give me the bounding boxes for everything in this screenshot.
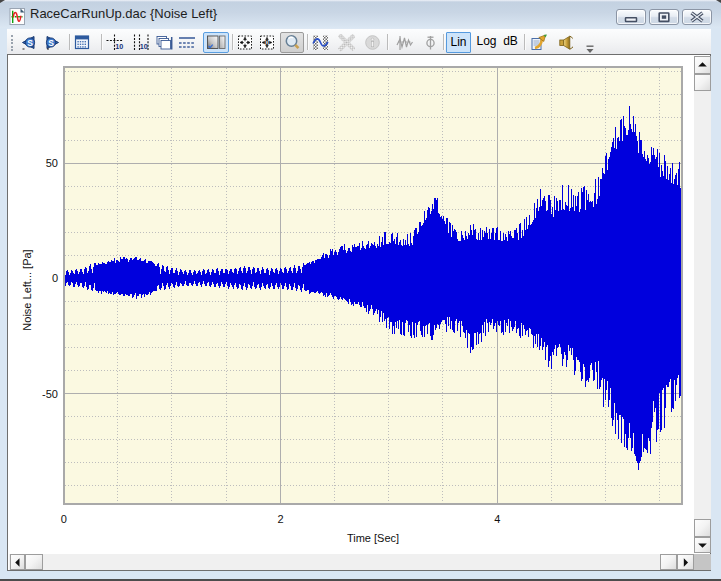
svg-text:10: 10 <box>140 42 148 51</box>
svg-text:Noise Left... [Pa]: Noise Left... [Pa] <box>21 249 33 330</box>
svg-text:Time [Sec]: Time [Sec] <box>347 532 399 544</box>
svg-text:0: 0 <box>265 39 269 46</box>
svg-text:50: 50 <box>46 157 58 169</box>
svg-text:2: 2 <box>278 513 284 525</box>
svg-text:4: 4 <box>494 513 500 525</box>
svg-text:S: S <box>27 38 33 48</box>
svg-text:0: 0 <box>52 272 58 284</box>
svg-text:10: 10 <box>115 42 123 51</box>
svg-text:0: 0 <box>61 513 67 525</box>
svg-text:-50: -50 <box>42 388 58 400</box>
svg-text:S: S <box>48 38 54 48</box>
